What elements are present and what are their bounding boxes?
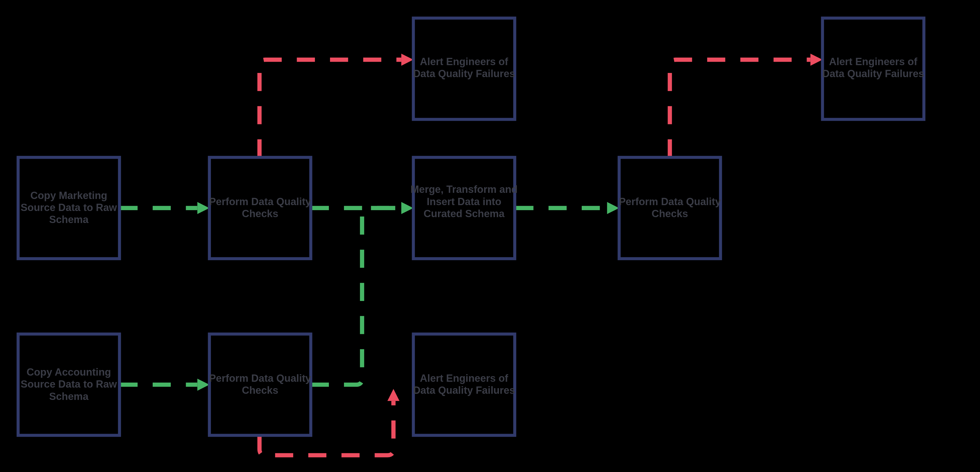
node-label: Checks xyxy=(242,208,278,219)
edge-n3-n6 xyxy=(311,202,414,214)
node-label: Perform Data Quality xyxy=(209,372,311,384)
node-label: Data Quality Failures xyxy=(413,385,515,396)
node-label: Checks xyxy=(652,208,688,219)
node-label: Data Quality Failures xyxy=(413,68,515,79)
node-label: Source Data to Raw xyxy=(21,202,117,213)
node-dq-checks-3: Perform Data Quality Checks xyxy=(619,157,721,258)
node-copy-marketing: Copy Marketing Source Data to Raw Schema xyxy=(18,157,119,258)
node-label: Data Quality Failures xyxy=(822,68,924,79)
node-label: Alert Engineers of xyxy=(420,372,509,384)
node-merge-transform: Merge, Transform and Insert Data into Cu… xyxy=(410,157,518,258)
node-label: Copy Marketing xyxy=(30,190,107,201)
node-label: Alert Engineers of xyxy=(420,56,509,67)
node-copy-accounting: Copy Accounting Source Data to Raw Schem… xyxy=(18,334,119,435)
node-label: Alert Engineers of xyxy=(829,56,918,67)
node-label: Schema xyxy=(49,391,89,402)
node-alert-1: Alert Engineers of Data Quality Failures xyxy=(413,18,515,119)
flowchart-diagram: Copy Marketing Source Data to Raw Schema… xyxy=(0,0,980,472)
node-label: Checks xyxy=(242,385,278,396)
node-label: Perform Data Quality xyxy=(619,196,721,207)
edge-n6-n8 xyxy=(515,202,619,214)
node-alert-2: Alert Engineers of Data Quality Failures xyxy=(413,334,515,435)
node-dq-checks-1: Perform Data Quality Checks xyxy=(209,157,311,258)
edge-n1-n3 xyxy=(119,202,209,214)
edge-n8-n9 xyxy=(670,54,822,157)
node-label: Merge, Transform and xyxy=(410,184,518,195)
node-dq-checks-2: Perform Data Quality Checks xyxy=(209,334,311,435)
nodes: Copy Marketing Source Data to Raw Schema… xyxy=(18,18,924,436)
node-label: Curated Schema xyxy=(424,208,505,219)
node-label: Schema xyxy=(49,214,89,225)
node-label: Copy Accounting xyxy=(27,366,111,378)
node-label: Perform Data Quality xyxy=(209,196,311,207)
node-label: Source Data to Raw xyxy=(21,379,117,390)
edge-n2-n4 xyxy=(119,379,209,391)
edge-n4-n6 xyxy=(311,208,401,385)
edge-n3-n5 xyxy=(259,54,414,157)
node-label: Insert Data into xyxy=(427,196,501,207)
node-alert-3: Alert Engineers of Data Quality Failures xyxy=(822,18,924,119)
